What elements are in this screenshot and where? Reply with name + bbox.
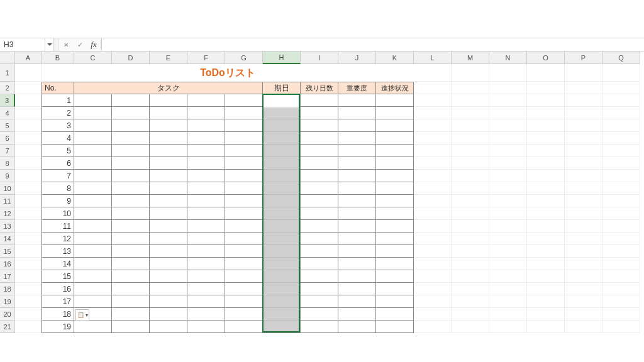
- cell-K10[interactable]: [376, 182, 414, 195]
- cell-I16[interactable]: [301, 258, 338, 270]
- cell-E19[interactable]: [150, 295, 187, 308]
- cell-M16[interactable]: [452, 258, 489, 270]
- cell-J21[interactable]: [338, 321, 376, 333]
- cell-G19[interactable]: [225, 295, 263, 308]
- cell-N19[interactable]: [489, 295, 527, 308]
- cell-Q4[interactable]: [602, 107, 640, 119]
- cell-E20[interactable]: [150, 308, 187, 321]
- cell-L18[interactable]: [414, 283, 452, 295]
- cell-L21[interactable]: [414, 321, 452, 333]
- no-cell-6[interactable]: 6: [42, 157, 74, 170]
- cell-D6[interactable]: [112, 132, 150, 145]
- cell-P16[interactable]: [565, 258, 602, 270]
- header-progress[interactable]: 進捗状況: [376, 82, 414, 94]
- no-cell-1[interactable]: 1: [42, 94, 74, 107]
- cell-N10[interactable]: [489, 182, 527, 195]
- cell-H9[interactable]: [263, 170, 301, 182]
- cell-F7[interactable]: [187, 145, 225, 157]
- cell-N20[interactable]: [489, 308, 527, 321]
- cell-P9[interactable]: [565, 170, 602, 182]
- cell-J3[interactable]: [338, 94, 376, 107]
- cell-E10[interactable]: [150, 182, 187, 195]
- cell-A14[interactable]: [15, 233, 42, 245]
- cell-I11[interactable]: [301, 195, 338, 207]
- cell-D16[interactable]: [112, 258, 150, 270]
- cell-F11[interactable]: [187, 195, 225, 207]
- cell-D12[interactable]: [112, 207, 150, 220]
- cell-M3[interactable]: [452, 94, 489, 107]
- cell-F21[interactable]: [187, 321, 225, 333]
- column-header-A[interactable]: A: [15, 52, 42, 64]
- cell-Q21[interactable]: [602, 321, 640, 333]
- cell-A12[interactable]: [15, 207, 42, 220]
- cell-D20[interactable]: [112, 308, 150, 321]
- cell-P5[interactable]: [565, 119, 602, 132]
- cell-Q6[interactable]: [602, 132, 640, 145]
- cell-M4[interactable]: [452, 107, 489, 119]
- cell-A9[interactable]: [15, 170, 42, 182]
- cell-N3[interactable]: [489, 94, 527, 107]
- cell-D9[interactable]: [112, 170, 150, 182]
- cell-F14[interactable]: [187, 233, 225, 245]
- cell-J20[interactable]: [338, 308, 376, 321]
- cell-J16[interactable]: [338, 258, 376, 270]
- cell-M8[interactable]: [452, 157, 489, 170]
- cell-H7[interactable]: [263, 145, 301, 157]
- column-header-B[interactable]: B: [42, 52, 74, 64]
- no-cell-7[interactable]: 7: [42, 170, 74, 182]
- cell-D8[interactable]: [112, 157, 150, 170]
- column-header-K[interactable]: K: [376, 52, 414, 64]
- cell-L16[interactable]: [414, 258, 452, 270]
- row-header-21[interactable]: 21: [0, 321, 15, 333]
- cell-D15[interactable]: [112, 245, 150, 258]
- cell-H20[interactable]: [263, 308, 301, 321]
- cell-G16[interactable]: [225, 258, 263, 270]
- cell-A5[interactable]: [15, 119, 42, 132]
- cell-G3[interactable]: [225, 94, 263, 107]
- cell-Q2[interactable]: [602, 82, 640, 94]
- cell-L4[interactable]: [414, 107, 452, 119]
- cell-O18[interactable]: [527, 283, 565, 295]
- cell-G17[interactable]: [225, 270, 263, 283]
- row-header-9[interactable]: 9: [0, 170, 15, 182]
- cell-H21[interactable]: [263, 321, 301, 333]
- cell-G6[interactable]: [225, 132, 263, 145]
- cell-M9[interactable]: [452, 170, 489, 182]
- insert-function-button[interactable]: fx: [87, 38, 101, 51]
- no-cell-19[interactable]: 19: [42, 321, 74, 333]
- cell-O2[interactable]: [527, 82, 565, 94]
- cell-J8[interactable]: [338, 157, 376, 170]
- cell-I9[interactable]: [301, 170, 338, 182]
- cell-A17[interactable]: [15, 270, 42, 283]
- cell-F20[interactable]: [187, 308, 225, 321]
- cell-A16[interactable]: [15, 258, 42, 270]
- cell-F9[interactable]: [187, 170, 225, 182]
- cell-I18[interactable]: [301, 283, 338, 295]
- column-header-C[interactable]: C: [74, 52, 112, 64]
- cell-L7[interactable]: [414, 145, 452, 157]
- cell-F8[interactable]: [187, 157, 225, 170]
- no-cell-16[interactable]: 16: [42, 283, 74, 295]
- cell-O6[interactable]: [527, 132, 565, 145]
- cell-H18[interactable]: [263, 283, 301, 295]
- cell-P11[interactable]: [565, 195, 602, 207]
- cell-A15[interactable]: [15, 245, 42, 258]
- cell-Q18[interactable]: [602, 283, 640, 295]
- cell-A4[interactable]: [15, 107, 42, 119]
- cell-G9[interactable]: [225, 170, 263, 182]
- row-header-4[interactable]: 4: [0, 107, 15, 119]
- cell-A18[interactable]: [15, 283, 42, 295]
- cell-D14[interactable]: [112, 233, 150, 245]
- row-header-15[interactable]: 15: [0, 245, 15, 258]
- cell-N18[interactable]: [489, 283, 527, 295]
- cell-O4[interactable]: [527, 107, 565, 119]
- cell-N11[interactable]: [489, 195, 527, 207]
- cell-I3[interactable]: [301, 94, 338, 107]
- cell-H14[interactable]: [263, 233, 301, 245]
- cell-H17[interactable]: [263, 270, 301, 283]
- cell-G20[interactable]: [225, 308, 263, 321]
- column-header-I[interactable]: I: [301, 52, 338, 64]
- cell-L17[interactable]: [414, 270, 452, 283]
- cell-D11[interactable]: [112, 195, 150, 207]
- cell-J4[interactable]: [338, 107, 376, 119]
